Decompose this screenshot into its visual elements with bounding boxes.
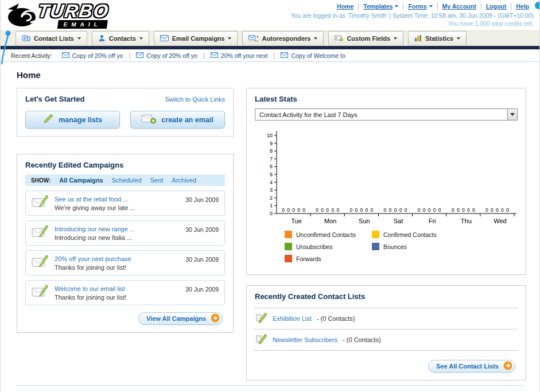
svg-text:0: 0	[501, 207, 504, 213]
nav-item-logout: Logout	[481, 3, 511, 10]
campaign-row: Introducing our new range ... Introducin…	[25, 220, 225, 246]
contact-list-name-link[interactable]: Exhibition List	[273, 315, 312, 322]
recent-activity-item[interactable]: Copy of 20% off yo	[56, 52, 130, 59]
envelope-icon	[281, 52, 288, 59]
nav-link-logout[interactable]: Logout	[486, 3, 507, 10]
tab-email-campaigns[interactable]: Email Campaigns	[154, 31, 238, 46]
main-content: Home Let's Get Started Switch to Quick L…	[1, 62, 539, 392]
svg-text:2: 2	[270, 195, 273, 201]
contacts-icon	[98, 34, 106, 43]
svg-text:0: 0	[331, 207, 334, 213]
campaign-title-link[interactable]: Welcome to our email list	[55, 285, 180, 292]
nav-link-templates[interactable]: Templates	[363, 3, 393, 10]
tab-contact-lists[interactable]: Contact Lists	[15, 31, 87, 46]
tab-contacts[interactable]: Contacts	[92, 31, 149, 46]
svg-text:6: 6	[270, 164, 273, 169]
tab-autoresponders[interactable]: Autoresponders	[242, 31, 324, 46]
contact-list-name-link[interactable]: Newsletter Subscribers	[273, 336, 337, 343]
tab-statistics[interactable]: Statistics	[408, 31, 467, 46]
recent-activity-item[interactable]: 20% off your next	[204, 52, 275, 59]
contact-list-count: - (0 Contacts)	[317, 315, 355, 322]
logo-line2: EMAIL	[57, 20, 108, 29]
recent-activity-text: Copy of 20% off yo	[72, 52, 123, 59]
legend-item: Confirmed Contacts	[372, 231, 459, 238]
svg-text:0: 0	[485, 207, 488, 213]
svg-text:0: 0	[472, 207, 475, 213]
campaign-title-link[interactable]: Introducing our new range ...	[55, 226, 180, 232]
view-all-campaigns-label: View All Campaigns	[146, 315, 206, 322]
nav-item-my-account: My Account	[437, 3, 481, 10]
legend-swatch	[285, 255, 292, 262]
logo-swirl-icon	[6, 2, 36, 30]
nav-link-forms[interactable]: Forms	[408, 3, 426, 10]
pencil-doc-icon	[256, 333, 267, 346]
envelope-pencil-icon	[32, 284, 49, 301]
svg-text:7: 7	[270, 156, 273, 162]
get-started-title: Let's Get Started	[25, 95, 85, 103]
campaign-date: 30 Jun 2009	[185, 226, 219, 233]
see-all-contact-lists-button[interactable]: See All Contact Lists	[428, 360, 515, 372]
main-nav-tabbar: Contact Lists Contacts Email Campaigns A…	[1, 30, 539, 46]
tab-label: Contact Lists	[34, 35, 74, 42]
svg-text:0: 0	[405, 207, 407, 213]
nav-link-my-account[interactable]: My Account	[442, 3, 476, 10]
svg-text:8: 8	[270, 148, 273, 154]
chart-area: 01234567891000000Tue00000Mon00000Sun0000…	[255, 129, 518, 230]
envelope-icon	[62, 52, 69, 59]
nav-link-help[interactable]: Help	[516, 3, 529, 10]
contact-list-item: Newsletter Subscribers - (0 Contacts)	[255, 329, 518, 351]
legend-swatch	[285, 243, 292, 250]
dropdown-arrow-icon	[429, 5, 433, 7]
tab-label: Autoresponders	[262, 35, 310, 42]
envelope-icon	[136, 52, 143, 59]
page: TURBO EMAIL Home Templates Forms My Acco…	[0, 0, 540, 392]
svg-text:0: 0	[438, 207, 441, 213]
campaign-title-link[interactable]: 20% off your next purchase	[55, 255, 180, 262]
svg-text:0: 0	[418, 207, 421, 213]
select-dropdown-arrow-icon	[507, 109, 517, 120]
stats-period-select[interactable]: Contact Activity for the Last 7 Days	[255, 108, 518, 121]
filter-scheduled[interactable]: Scheduled	[112, 177, 142, 184]
svg-text:0: 0	[297, 207, 300, 213]
campaign-subtitle: Thanks for joining our list!	[55, 294, 180, 301]
create-email-button[interactable]: create an email	[130, 111, 225, 129]
dropdown-arrow-icon	[139, 37, 143, 40]
filter-all-campaigns[interactable]: All Campaigns	[59, 177, 103, 184]
filter-archived[interactable]: Archived	[172, 177, 196, 184]
switch-quick-links-link[interactable]: Switch to Quick Links	[165, 96, 225, 103]
legend-label: Unsubscribes	[296, 243, 333, 250]
svg-text:0: 0	[360, 207, 363, 213]
credits-remaining: You have 1,000 total credits left.	[290, 20, 534, 27]
svg-text:Sat: Sat	[394, 218, 403, 224]
svg-text:0: 0	[433, 207, 436, 213]
svg-text:0: 0	[491, 207, 494, 213]
svg-text:0: 0	[336, 207, 339, 213]
legend-item: Bounces	[372, 243, 459, 250]
recent-activity-bar: Recent Activity: Copy of 20% off yo Copy…	[1, 49, 539, 62]
nav-link-home[interactable]: Home	[337, 3, 353, 10]
recent-activity-item[interactable]: Copy of 20% off yo	[130, 52, 204, 59]
logo-text: TURBO EMAIL	[36, 2, 110, 29]
campaign-title-link[interactable]: See us at the retail food ...	[55, 196, 180, 203]
svg-text:0: 0	[506, 207, 509, 213]
campaign-date: 30 Jun 2009	[185, 286, 219, 293]
filter-sent[interactable]: Sent	[150, 177, 164, 184]
svg-text:4: 4	[270, 180, 273, 185]
campaign-row: 20% off your next purchase Thanks for jo…	[25, 250, 225, 275]
right-column: Latest Stats Contact Activity for the La…	[246, 88, 526, 381]
tab-custom-fields[interactable]: Custom Fields	[328, 31, 403, 46]
manage-lists-button[interactable]: manage lists	[25, 111, 120, 129]
envelope-plus-icon	[142, 114, 156, 126]
tab-label: Custom Fields	[347, 35, 390, 42]
svg-text:Tue: Tue	[291, 218, 302, 224]
svg-text:3: 3	[270, 187, 273, 193]
svg-text:0: 0	[428, 207, 431, 213]
view-all-campaigns-button[interactable]: View All Campaigns	[138, 312, 223, 325]
svg-text:Mon: Mon	[324, 218, 336, 224]
svg-text:0: 0	[321, 207, 324, 213]
recent-activity-item[interactable]: Copy of Welcome to	[274, 52, 351, 59]
custom-fields-icon	[335, 34, 343, 42]
antenna-decoration	[1, 30, 12, 68]
svg-text:Wed: Wed	[494, 218, 506, 224]
dropdown-arrow-icon	[314, 37, 317, 40]
